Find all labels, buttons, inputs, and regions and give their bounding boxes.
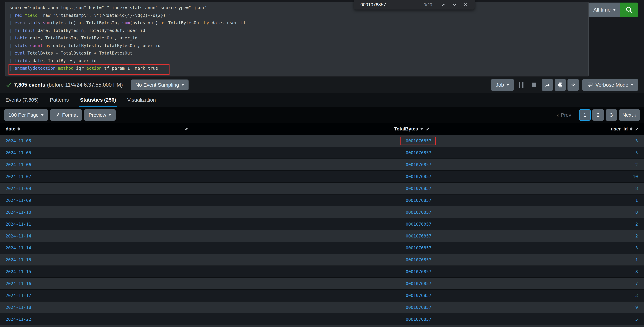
cell-totalbytes[interactable]: 0001076857 <box>194 269 436 274</box>
format-button[interactable]: Format <box>50 109 82 121</box>
preview-button[interactable]: Preview <box>84 109 116 121</box>
cell-date[interactable]: 2024-11-06 <box>0 162 194 167</box>
cell-date[interactable]: 2024-11-10 <box>0 210 194 215</box>
cell-date[interactable]: 2024-11-15 <box>0 269 194 274</box>
cell-userid[interactable]: 7 <box>436 281 644 286</box>
cell-totalbytes[interactable]: 0001076857 <box>194 281 436 286</box>
column-header-totalbytes[interactable]: TotalBytes <box>194 123 436 135</box>
cell-totalbytes[interactable]: 0001076857 <box>194 162 436 167</box>
page-button-3[interactable]: 3 <box>606 109 617 121</box>
page-button-2[interactable]: 2 <box>592 109 604 121</box>
cell-userid[interactable]: 8 <box>436 269 644 274</box>
table-row: 2024-11-07000107685710 <box>0 171 644 183</box>
edit-column-icon[interactable] <box>635 127 639 131</box>
cell-date[interactable]: 2024-11-09 <box>0 186 194 191</box>
cell-totalbytes[interactable]: 0001076857 <box>194 293 436 298</box>
cell-date[interactable]: 2024-11-15 <box>0 257 194 262</box>
edit-column-icon[interactable] <box>184 127 189 131</box>
page-button-1[interactable]: 1 <box>579 109 590 121</box>
per-page-button[interactable]: 100 Per Page <box>4 109 48 121</box>
cell-date[interactable]: 2024-11-05 <box>0 150 194 155</box>
cell-userid[interactable]: 8 <box>436 186 644 191</box>
event-sampling-button[interactable]: No Event Sampling <box>131 79 188 90</box>
table-row: 2024-11-1800010768579 <box>0 302 644 314</box>
cell-userid[interactable]: 3 <box>436 246 644 250</box>
edit-column-icon[interactable] <box>426 127 430 131</box>
query-line: | stats count by date, TotalBytesIn, Tot… <box>10 42 588 50</box>
share-job-button[interactable] <box>542 79 553 91</box>
prev-page-button[interactable]: ‹ Prev <box>557 112 571 118</box>
cell-totalbytes[interactable]: 0001076857 <box>194 234 436 239</box>
cell-date[interactable]: 2024-11-11 <box>0 222 194 227</box>
job-menu-button[interactable]: Job <box>491 79 514 91</box>
tab-statistics[interactable]: Statistics (256) <box>80 93 116 107</box>
cell-userid[interactable]: 3 <box>436 138 644 143</box>
column-label: user_id <box>611 126 628 132</box>
cell-date[interactable]: 2024-11-05 <box>0 138 194 143</box>
cell-date[interactable]: 2024-11-17 <box>0 293 194 298</box>
cell-date[interactable]: 2024-11-09 <box>0 198 194 203</box>
download-icon <box>570 82 576 88</box>
cell-totalbytes[interactable]: 0001076857 <box>194 305 436 310</box>
find-input[interactable] <box>360 2 416 7</box>
cell-date[interactable]: 2024-11-16 <box>0 281 194 286</box>
cell-userid[interactable]: 5 <box>436 150 644 155</box>
tab-visualization[interactable]: Visualization <box>127 93 156 107</box>
cell-totalbytes[interactable]: 0001076857 <box>194 137 436 145</box>
find-next-button[interactable] <box>449 1 460 9</box>
table-row: 2024-11-1100010768572 <box>0 218 644 230</box>
tab-events[interactable]: Events (7,805) <box>6 93 38 107</box>
find-previous-button[interactable] <box>438 1 449 9</box>
cell-date[interactable]: 2024-11-07 <box>0 174 194 179</box>
search-query-editor[interactable]: source="splunk_anon_logs.json" host="-" … <box>5 2 588 76</box>
statistics-toolbar: 100 Per Page Format Preview ‹ Prev 123 N… <box>0 107 644 123</box>
per-page-label: 100 Per Page <box>8 112 38 118</box>
table-row: 2024-11-1500010768571 <box>0 254 644 266</box>
cell-totalbytes[interactable]: 0001076857 <box>194 186 436 191</box>
next-page-button[interactable]: Next › <box>619 109 640 121</box>
cell-date[interactable]: 2024-11-14 <box>0 234 194 239</box>
export-job-button[interactable] <box>568 79 579 91</box>
cell-date[interactable]: 2024-11-14 <box>0 246 194 250</box>
cell-userid[interactable]: 3 <box>436 293 644 298</box>
cell-totalbytes[interactable]: 0001076857 <box>194 257 436 262</box>
chevron-down-icon <box>108 114 111 116</box>
print-icon <box>557 82 564 88</box>
column-header-userid[interactable]: user_id <box>436 123 644 135</box>
cell-userid[interactable]: 5 <box>436 317 644 322</box>
cell-date[interactable]: 2024-11-18 <box>0 305 194 310</box>
cell-totalbytes[interactable]: 0001076857 <box>194 317 436 322</box>
close-icon <box>463 2 468 7</box>
column-header-date[interactable]: date <box>0 123 194 135</box>
cell-userid[interactable]: 10 <box>436 174 644 179</box>
cell-userid[interactable]: 2 <box>436 162 644 167</box>
search-mode-button[interactable]: Verbose Mode <box>582 79 638 91</box>
cell-userid[interactable]: 2 <box>436 222 644 227</box>
cell-userid[interactable]: 2 <box>436 234 644 239</box>
query-line: | anomalydetection method=iqr action=tf … <box>10 64 588 72</box>
pause-job-button[interactable] <box>519 82 524 88</box>
time-range-picker[interactable]: All time <box>589 2 620 17</box>
print-job-button[interactable] <box>554 79 566 91</box>
cell-totalbytes[interactable]: 0001076857 <box>194 174 436 179</box>
cell-totalbytes[interactable]: 0001076857 <box>194 150 436 155</box>
cell-userid[interactable]: 1 <box>436 257 644 262</box>
stop-job-button[interactable] <box>532 82 536 87</box>
cell-totalbytes[interactable]: 0001076857 <box>194 246 436 250</box>
find-close-button[interactable] <box>460 1 471 9</box>
cell-totalbytes[interactable]: 0001076857 <box>194 222 436 227</box>
table-row: 2024-11-0900010768571 <box>0 195 644 206</box>
preview-label: Preview <box>88 112 106 118</box>
cell-totalbytes[interactable]: 0001076857 <box>194 210 436 215</box>
cell-date[interactable]: 2024-11-22 <box>0 317 194 322</box>
table-row: 2024-11-0500010768575 <box>0 147 644 159</box>
cell-userid[interactable]: 9 <box>436 305 644 310</box>
next-label: Next <box>622 112 633 118</box>
query-line: source="splunk_anon_logs.json" host="-" … <box>10 4 588 12</box>
search-button[interactable] <box>620 2 638 17</box>
sort-icon <box>630 127 632 131</box>
cell-userid[interactable]: 8 <box>436 210 644 215</box>
tab-patterns[interactable]: Patterns <box>50 93 69 107</box>
cell-userid[interactable]: 1 <box>436 198 644 203</box>
cell-totalbytes[interactable]: 0001076857 <box>194 198 436 203</box>
